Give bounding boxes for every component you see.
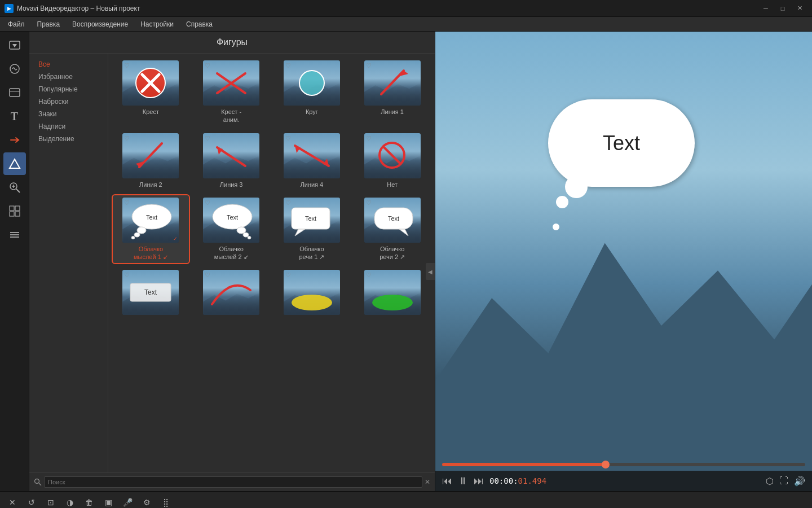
tl-audio[interactable]: 🎤 — [120, 494, 135, 509]
progress-thumb[interactable] — [602, 461, 610, 468]
shape-text-shape[interactable]: ♡ Text — [113, 268, 189, 319]
shape-label-thought2: Облачкомыслей 2 ↙ — [214, 245, 249, 261]
shape-speech1[interactable]: ♡ Text Облачкоречи 1 ↗ — [274, 195, 350, 264]
svg-line-23 — [381, 71, 404, 94]
shape-label-line2: Линия 2 — [139, 181, 162, 189]
cat-signs[interactable]: Знаки — [36, 109, 101, 119]
svg-marker-5 — [10, 159, 20, 168]
svg-marker-48 — [399, 229, 408, 236]
shape-thumb-line1: ♡ — [364, 60, 421, 106]
timeline-toolbar: ✕ ↺ ⊡ ◑ 🗑 ▣ 🎤 ⚙ ⣿ — [0, 492, 812, 508]
svg-text:Text: Text — [146, 214, 157, 221]
shapes-title: Фигуры — [29, 32, 435, 54]
shape-cross-anim[interactable]: ♡ Крест -аним. — [193, 58, 270, 126]
svg-rect-11 — [15, 206, 20, 211]
svg-rect-3 — [10, 89, 20, 97]
menu-help[interactable]: Справка — [180, 19, 218, 30]
shape-line4[interactable]: ♡ Линия 4 — [274, 131, 350, 191]
shape-none[interactable]: ♡ Нет — [354, 131, 430, 191]
menu-settings[interactable]: Настройки — [135, 19, 179, 30]
tl-settings2[interactable]: ⚙ — [139, 494, 155, 509]
shape-circle[interactable]: ♡ Круг — [274, 58, 350, 126]
shape-thumb-cross-anim: ♡ — [203, 60, 259, 106]
menu-file[interactable]: Файл — [2, 19, 30, 30]
time-current: 01.494 — [518, 476, 547, 485]
scroll-collapse-arrow[interactable]: ◀ — [426, 263, 435, 280]
prev-button[interactable]: ⏮ — [442, 475, 452, 487]
shapes-grid-area[interactable]: ♡ Крест ♡ — [108, 54, 435, 472]
shape-label-cross-anim: Крест -аним. — [221, 108, 241, 124]
close-button[interactable]: ✕ — [792, 2, 807, 15]
cat-popular[interactable]: Популярные — [36, 84, 101, 94]
shape-yellow[interactable]: ♡ — [274, 268, 350, 319]
shape-line2[interactable]: ♡ Линия 2 — [113, 131, 189, 191]
shape-line1[interactable]: ♡ Линия 1 — [354, 58, 430, 126]
pause-button[interactable]: ⏸ — [458, 475, 468, 487]
shape-label-speech1: Облачкоречи 1 ↗ — [299, 245, 324, 261]
cat-all[interactable]: Все — [36, 59, 101, 69]
next-button[interactable]: ⏭ — [474, 475, 484, 487]
cat-fav[interactable]: Избранное — [36, 72, 101, 82]
minimize-button[interactable]: ─ — [758, 2, 774, 15]
svg-line-25 — [139, 143, 162, 167]
shape-label-line3: Линия 3 — [220, 181, 243, 189]
toolbar-transitions[interactable] — [3, 129, 26, 151]
fav-none[interactable]: ♡ — [366, 135, 372, 142]
tl-undo[interactable]: ↺ — [24, 494, 39, 509]
shapes-search-input[interactable] — [44, 476, 422, 488]
fav-circle[interactable]: ♡ — [285, 62, 291, 69]
toolbar-mosaic[interactable] — [3, 200, 26, 222]
progress-fill — [442, 463, 606, 466]
tl-media[interactable]: ▣ — [100, 494, 116, 509]
shape-thumb-line4: ♡ — [284, 133, 340, 178]
main-layout: T Фигуры — [0, 32, 812, 491]
svg-point-53 — [372, 295, 413, 310]
toolbar-text[interactable]: T — [3, 105, 26, 128]
shape-thought2[interactable]: ♡ Text Облачкомыслей 2 ↙ — [193, 195, 270, 264]
shape-thumb-circle: ♡ — [284, 60, 340, 106]
svg-marker-1 — [12, 44, 17, 47]
shape-cross[interactable]: ♡ Крест — [113, 58, 189, 126]
tl-crop[interactable]: ⊡ — [43, 494, 59, 509]
toolbar-effects[interactable] — [3, 58, 26, 80]
menu-bar: Файл Правка Воспроизведение Настройки Сп… — [0, 17, 812, 32]
svg-text:Text: Text — [388, 215, 399, 222]
toolbar-more[interactable] — [3, 224, 26, 246]
tl-keyframes[interactable]: ⣿ — [158, 494, 174, 509]
cat-selection[interactable]: Выделение — [36, 134, 101, 144]
menu-edit[interactable]: Правка — [32, 19, 66, 30]
svg-point-22 — [299, 71, 324, 95]
svg-text:Text: Text — [227, 214, 238, 221]
fav-cross-anim[interactable]: ♡ — [205, 62, 210, 69]
tl-trash[interactable]: 🗑 — [81, 494, 97, 509]
thought-bubble-text: Text — [603, 132, 640, 155]
search-clear-button[interactable]: ✕ — [425, 478, 430, 486]
shape-green[interactable]: ♡ — [354, 268, 430, 319]
shape-thumb-line2: ♡ — [122, 133, 179, 178]
shape-line3[interactable]: ♡ Линия 3 — [193, 131, 270, 191]
timeline-area: ✕ ↺ ⊡ ◑ 🗑 ▣ 🎤 ⚙ ⣿ 00:00:00 00:00:05 00:0… — [0, 491, 812, 508]
shape-speech2[interactable]: ♡ Text Облачкоречи 2 ↗ — [354, 195, 430, 264]
toolbar-filters[interactable] — [3, 81, 26, 104]
fav-cross[interactable]: ♡ — [124, 62, 130, 69]
tl-color[interactable]: ◑ — [62, 494, 78, 509]
tl-delete[interactable]: ✕ — [5, 494, 20, 509]
playback-control-bar: ⏮ ⏸ ⏭ 00:00:01.494 ⬡ ⛶ 🔊 — [435, 471, 812, 491]
volume-button[interactable]: 🔊 — [794, 476, 805, 487]
toolbar-import[interactable] — [3, 34, 26, 56]
export-button[interactable]: ⬡ — [766, 476, 774, 487]
cat-captions[interactable]: Надписи — [36, 121, 101, 132]
maximize-button[interactable]: □ — [775, 2, 791, 15]
shape-curve-red[interactable]: ♡ — [193, 268, 270, 319]
fullscreen-button[interactable]: ⛶ — [779, 476, 788, 486]
toolbar-zoom[interactable] — [3, 176, 26, 199]
shape-label-cross: Крест — [143, 108, 159, 116]
toolbar-shapes[interactable] — [3, 152, 26, 175]
playback-progress-bar[interactable] — [442, 463, 805, 466]
cat-sketches[interactable]: Наброски — [36, 97, 101, 107]
shape-label-speech2: Облачкоречи 2 ↗ — [379, 245, 405, 261]
shape-thought1[interactable]: ♡ Text ✓ Облачкомыслей 1 ↙ — [113, 195, 189, 264]
shape-label-line1: Линия 1 — [381, 108, 404, 116]
preview-video: Text ⏮ ⏸ ⏭ 00:00:01.494 — [435, 32, 812, 491]
menu-playback[interactable]: Воспроизведение — [67, 19, 134, 30]
